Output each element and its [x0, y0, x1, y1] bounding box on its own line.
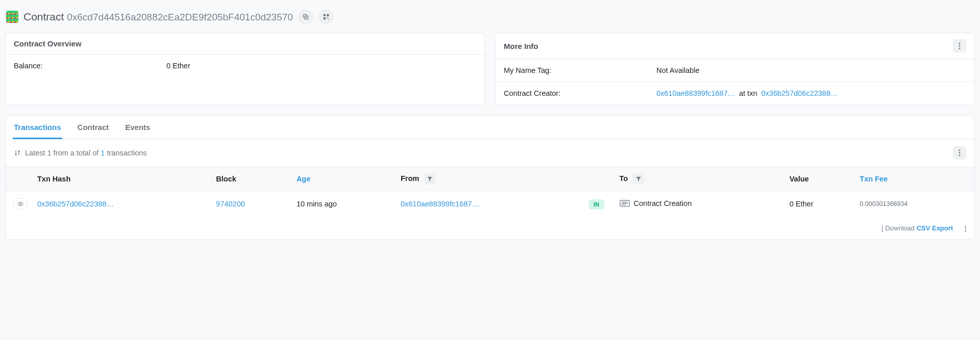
tab-events[interactable]: Events [124, 116, 151, 139]
balance-row: Balance: 0 Ether [6, 55, 484, 77]
svg-point-8 [959, 45, 961, 47]
svg-rect-5 [327, 17, 328, 18]
table-row: 0x36b257d06c22388… 9740200 10 mins ago 0… [6, 191, 974, 217]
tx-summary: Latest 1 from a total of 1 transactions [25, 149, 147, 157]
card-title: Contract Overview [14, 39, 82, 48]
page-header: Contract 0x6cd7d44516a20882cEa2DE9f205bF… [5, 5, 975, 33]
tx-value: 0 Ether [785, 191, 855, 217]
funnel-icon [635, 176, 642, 182]
svg-point-10 [959, 150, 961, 151]
svg-point-7 [959, 43, 961, 44]
csv-export-label: CSV Export [917, 224, 953, 232]
panel-toolbar: Latest 1 from a total of 1 transactions [6, 139, 974, 167]
tx-summary-suffix: transactions [105, 149, 146, 157]
svg-rect-2 [324, 14, 326, 16]
tx-age: 10 mins ago [291, 191, 396, 217]
page-title: Contract 0x6cd7d44516a20882cEa2DE9f205bF… [23, 11, 293, 23]
tx-preview-button[interactable] [14, 198, 27, 210]
title-label: Contract [23, 11, 64, 22]
tx-fee: 0.000301366934 [854, 191, 974, 217]
download-prefix: [ Download [881, 224, 917, 232]
contract-address: 0x6cd7d44516a20882cEa2DE9f205bF401c0d235… [67, 12, 293, 22]
svg-point-11 [959, 152, 961, 154]
panel-tabs: Transactions Contract Events [6, 116, 974, 139]
overview-spacer [6, 77, 484, 97]
from-filter-button[interactable] [424, 173, 435, 185]
col-txn-fee[interactable]: Txn Fee [854, 167, 974, 191]
tab-contract[interactable]: Contract [77, 116, 110, 139]
creator-row: Contract Creator: 0x610ae88399fc1687… at… [496, 82, 974, 104]
creator-address-link[interactable]: 0x610ae88399fc1687… [656, 89, 735, 97]
eye-icon [16, 201, 24, 207]
creator-label: Contract Creator: [504, 89, 656, 97]
name-tag-value: Not Available [656, 66, 966, 74]
col-from-label: From [401, 174, 419, 182]
kebab-icon [959, 42, 961, 49]
col-to: To [615, 167, 785, 191]
svg-point-9 [959, 48, 961, 49]
copy-icon [302, 13, 309, 20]
card-header: More Info [496, 33, 974, 59]
tab-transactions[interactable]: Transactions [13, 116, 62, 139]
col-age-label: Age [297, 175, 310, 183]
card-title: More Info [504, 42, 538, 50]
svg-point-12 [959, 155, 961, 156]
col-age[interactable]: Age [291, 167, 396, 191]
to-label: Contract Creation [634, 199, 692, 207]
to-contract-creation: Contract Creation [620, 199, 692, 207]
col-from: From [396, 167, 579, 191]
col-txn-hash: Txn Hash [32, 167, 211, 191]
balance-label: Balance: [14, 62, 166, 70]
block-link[interactable]: 9740200 [216, 200, 244, 208]
col-block: Block [211, 167, 291, 191]
qr-code-button[interactable] [318, 9, 334, 24]
col-to-label: To [620, 174, 628, 182]
kebab-icon [959, 149, 961, 156]
col-txn-fee-label: Txn Fee [860, 175, 888, 183]
contract-overview-card: Contract Overview Balance: 0 Ether [5, 33, 485, 105]
panel-footer: [ Download CSV Export ] [6, 217, 974, 239]
svg-rect-4 [324, 17, 326, 19]
card-header: Contract Overview [6, 33, 484, 55]
copy-address-button[interactable] [298, 9, 313, 24]
contract-identicon [6, 11, 18, 23]
from-address-link[interactable]: 0x610ae88399fc1687… [401, 200, 479, 208]
direction-badge: IN [589, 199, 605, 210]
more-info-card: More Info My Name Tag: Not Available Con… [495, 33, 975, 105]
sort-icon [14, 149, 21, 156]
svg-rect-3 [327, 14, 329, 16]
funnel-icon [427, 176, 433, 182]
download-icon [956, 225, 963, 231]
download-suffix: ] [963, 224, 966, 232]
qr-icon [323, 13, 330, 20]
name-tag-label: My Name Tag: [504, 66, 656, 74]
more-info-menu-button[interactable] [953, 39, 966, 53]
balance-value: 0 Ether [166, 62, 476, 70]
document-icon [620, 200, 630, 207]
transactions-table: Txn Hash Block Age From To Value [6, 167, 974, 217]
csv-export-link[interactable]: CSV Export [917, 224, 963, 232]
txn-hash-link[interactable]: 0x36b257d06c22388… [37, 200, 114, 208]
summary-cards-row: Contract Overview Balance: 0 Ether More … [5, 33, 975, 105]
creator-value: 0x610ae88399fc1687… at txn 0x36b257d06c2… [656, 89, 966, 97]
creator-txn-link[interactable]: 0x36b257d06c22388… [762, 89, 838, 97]
svg-point-13 [20, 203, 21, 205]
name-tag-row: My Name Tag: Not Available [496, 59, 974, 82]
col-value: Value [785, 167, 855, 191]
svg-rect-6 [328, 19, 329, 20]
at-txn-text: at txn [739, 89, 757, 97]
tx-summary-prefix: Latest 1 from a total of [25, 149, 101, 157]
to-filter-button[interactable] [633, 173, 644, 185]
transactions-panel: Transactions Contract Events Latest 1 fr… [5, 115, 975, 240]
tx-menu-button[interactable] [953, 146, 966, 160]
